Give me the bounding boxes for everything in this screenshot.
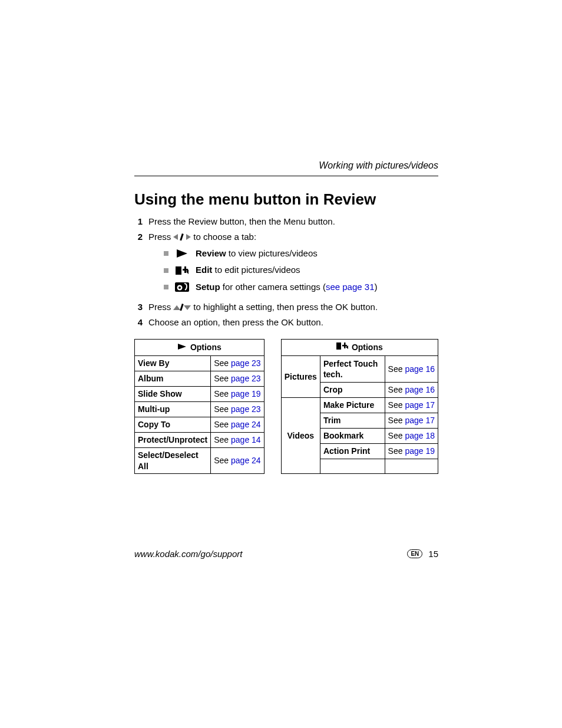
tab-label: Setup — [196, 282, 220, 292]
edit-options-table: Options Pictures Perfect Touch tech. See… — [281, 339, 438, 474]
step-number: 4 — [134, 317, 143, 328]
tab-desc: to edit pictures/videos — [212, 265, 300, 275]
page: Working with pictures/videos Using the m… — [0, 0, 562, 728]
page-link[interactable]: page 18 — [405, 431, 435, 440]
page-title: Using the menu button in Review — [134, 189, 438, 210]
table-row: View BySee page 23 — [135, 356, 265, 371]
table-heading-text: Options — [190, 342, 222, 353]
tab-label: Review — [196, 248, 226, 258]
svg-marker-14 — [184, 305, 191, 310]
category-cell: Pictures — [281, 356, 320, 398]
page-link[interactable]: page 14 — [231, 435, 261, 444]
step-text: to choose a tab: — [193, 231, 256, 243]
language-badge: EN — [407, 549, 422, 558]
page-link[interactable]: page 24 — [231, 420, 261, 429]
table-row: Copy ToSee page 24 — [135, 417, 265, 432]
option-name: Trim — [320, 413, 385, 429]
option-name: View By — [135, 356, 211, 371]
option-ref: See page 19 — [385, 444, 438, 459]
tab-desc: ) — [375, 282, 378, 292]
page-link[interactable]: page 19 — [405, 446, 435, 456]
step-body: Press to highlight a setting, then press… — [148, 301, 438, 313]
play-icon — [174, 248, 190, 259]
option-ref: See page 23 — [211, 371, 264, 387]
svg-point-10 — [178, 286, 181, 289]
step-list: 1 Press the Review button, then the Menu… — [134, 216, 438, 329]
step-number: 2 — [134, 231, 143, 298]
page-link[interactable]: page 17 — [405, 400, 435, 410]
setup-icon — [174, 282, 190, 292]
category-cell: Videos — [281, 398, 320, 474]
footer-url: www.kodak.com/go/support — [134, 548, 242, 560]
tab-desc: for other camera settings ( — [220, 282, 326, 292]
page-link[interactable]: page 19 — [231, 389, 261, 398]
svg-rect-6 — [184, 266, 186, 273]
page-link[interactable]: page 24 — [231, 456, 261, 465]
step-1: 1 Press the Review button, then the Menu… — [134, 216, 438, 228]
svg-rect-16 — [336, 342, 341, 350]
option-name: Multi-up — [135, 402, 211, 417]
option-name: Make Picture — [320, 398, 385, 413]
step-text: to highlight a setting, then press the O… — [193, 301, 378, 313]
table-row: Pictures Perfect Touch tech. See page 16 — [281, 356, 438, 383]
page-link[interactable]: page 23 — [231, 374, 261, 383]
option-name: Album — [135, 371, 211, 387]
step-number: 3 — [134, 301, 143, 313]
option-name: Crop — [320, 383, 385, 398]
edit-icon — [336, 342, 348, 353]
option-ref: See page 19 — [211, 387, 264, 402]
option-ref: See page 16 — [385, 383, 438, 398]
step-body: Press to choose a tab: Review to view pi… — [148, 231, 438, 298]
up-down-arrows-icon — [173, 303, 191, 311]
option-name: Bookmark — [320, 429, 385, 444]
table-row: Protect/UnprotectSee page 14 — [135, 432, 265, 447]
step-body: Press the Review button, then the Menu b… — [148, 216, 438, 228]
page-link[interactable]: page 23 — [231, 358, 261, 368]
step-body: Choose an option, then press the OK butt… — [148, 317, 438, 328]
running-header: Working with pictures/videos — [134, 159, 438, 176]
page-link[interactable]: page 16 — [405, 385, 435, 394]
option-name: Slide Show — [135, 387, 211, 402]
tab-setup: Setup for other camera settings (see pag… — [164, 281, 438, 293]
review-options-table: Options View BySee page 23 AlbumSee page… — [134, 339, 265, 474]
svg-rect-4 — [176, 266, 181, 275]
bullet-icon — [164, 268, 168, 273]
tab-edit: Edit to edit pictures/videos — [164, 264, 438, 276]
table-header: Options — [135, 340, 265, 356]
option-name — [320, 459, 385, 474]
step-3: 3 Press to highlight a setting, then pre… — [134, 301, 438, 313]
page-link[interactable]: see page 31 — [326, 282, 375, 292]
option-ref: See page 17 — [385, 413, 438, 429]
page-link[interactable]: page 17 — [405, 416, 435, 425]
left-right-arrows-icon — [173, 233, 191, 241]
table-row: Videos Make Picture See page 17 — [281, 398, 438, 413]
option-ref: See page 23 — [211, 402, 264, 417]
option-ref: See page 18 — [385, 429, 438, 444]
option-ref: See page 14 — [211, 432, 264, 447]
tab-desc: to view pictures/videos — [226, 248, 318, 258]
option-ref: See page 24 — [211, 447, 264, 474]
svg-rect-18 — [344, 342, 346, 348]
svg-rect-13 — [180, 304, 184, 311]
step-text: Press — [148, 231, 171, 243]
table-row: Multi-upSee page 23 — [135, 402, 265, 417]
svg-rect-1 — [180, 233, 184, 241]
table-header: Options — [281, 340, 438, 356]
tab-review: Review to view pictures/videos — [164, 248, 438, 259]
page-link[interactable]: page 23 — [231, 404, 261, 414]
step-text: Press — [148, 301, 171, 313]
page-link[interactable]: page 16 — [405, 364, 435, 374]
tab-label: Edit — [196, 265, 212, 275]
table-row: AlbumSee page 23 — [135, 371, 265, 387]
option-name: Action Print — [320, 444, 385, 459]
option-name: Select/Deselect All — [135, 447, 211, 474]
step-number: 1 — [134, 216, 143, 228]
option-name: Perfect Touch tech. — [320, 356, 385, 383]
step-2: 2 Press to choose a tab: — [134, 231, 438, 298]
option-name: Protect/Unprotect — [135, 432, 211, 447]
play-icon — [177, 342, 187, 353]
edit-icon — [174, 265, 190, 276]
bullet-icon — [164, 285, 168, 289]
option-ref: See page 17 — [385, 398, 438, 413]
svg-marker-15 — [178, 344, 186, 350]
